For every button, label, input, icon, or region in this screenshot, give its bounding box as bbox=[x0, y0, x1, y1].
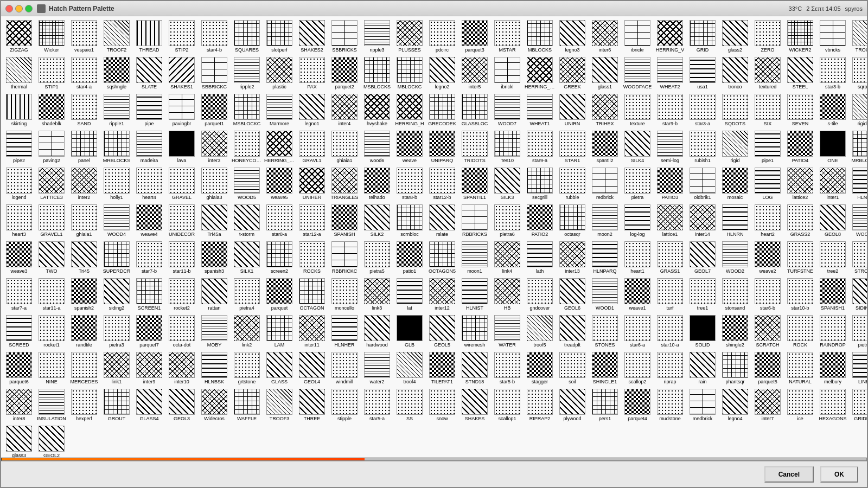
pattern-item[interactable]: parquet2 bbox=[329, 55, 360, 91]
pattern-item[interactable]: logend bbox=[3, 166, 35, 202]
pattern-item[interactable]: holly1 bbox=[101, 166, 132, 202]
pattern-item[interactable]: octa-dot bbox=[166, 313, 197, 349]
pattern-item[interactable]: HEXAGONS bbox=[817, 387, 848, 423]
pattern-item[interactable]: GRASS1 bbox=[654, 240, 686, 275]
pattern-item[interactable]: vespaio1 bbox=[68, 18, 100, 54]
pattern-item[interactable]: star9-a bbox=[524, 129, 556, 165]
pattern-item[interactable]: SBBRICKC bbox=[199, 55, 230, 91]
pattern-item[interactable]: WOODFACE bbox=[622, 55, 653, 91]
pattern-item[interactable]: lava bbox=[166, 129, 197, 165]
pattern-item[interactable]: thermal bbox=[3, 55, 35, 91]
pattern-item[interactable]: lattice2 bbox=[784, 166, 816, 202]
minimize-button[interactable] bbox=[15, 5, 23, 12]
pattern-item[interactable]: MERCEDES bbox=[68, 350, 100, 386]
pattern-item[interactable]: LOG bbox=[752, 166, 783, 202]
pattern-item[interactable]: slotperf bbox=[264, 18, 295, 54]
pattern-item[interactable]: glass2 bbox=[719, 18, 751, 54]
pattern-item[interactable]: PATIO4 bbox=[784, 129, 816, 165]
pattern-item[interactable]: SLATE bbox=[133, 55, 165, 91]
pattern-item[interactable]: semi-log bbox=[654, 129, 686, 165]
pattern-item[interactable]: medbrick bbox=[687, 387, 718, 423]
pattern-item[interactable]: link2 bbox=[231, 313, 263, 349]
pattern-item[interactable]: pietra4 bbox=[231, 277, 263, 312]
pattern-item[interactable]: TRIDOTS bbox=[459, 129, 490, 165]
pattern-item[interactable]: wiremesh bbox=[459, 313, 490, 349]
pattern-item[interactable]: WAFFLE bbox=[231, 387, 263, 423]
pattern-item[interactable]: star4-b bbox=[199, 18, 230, 54]
pattern-item[interactable]: phantsqr bbox=[719, 350, 751, 386]
pattern-item[interactable]: rocket1 bbox=[36, 313, 67, 349]
pattern-item[interactable]: parquet1 bbox=[199, 92, 230, 128]
pattern-item[interactable]: madeira bbox=[133, 129, 165, 165]
pattern-item[interactable]: redbrick bbox=[589, 166, 621, 202]
pattern-item[interactable]: PAX bbox=[296, 55, 328, 91]
pattern-item[interactable]: RIPRAP2 bbox=[524, 387, 556, 423]
pattern-item[interactable]: parquet bbox=[264, 277, 295, 312]
pattern-item[interactable]: UNIRN bbox=[557, 92, 588, 128]
pattern-item[interactable]: glass1 bbox=[589, 55, 621, 91]
pattern-item[interactable]: TWO bbox=[36, 240, 67, 275]
pattern-item[interactable]: HERRING_UNI bbox=[524, 55, 556, 91]
pattern-item[interactable]: melbury bbox=[817, 350, 848, 386]
pattern-item[interactable]: ripple2 bbox=[231, 55, 263, 91]
pattern-item[interactable]: ROCKS bbox=[296, 240, 328, 275]
pattern-item[interactable]: PATIO3 bbox=[654, 166, 686, 202]
pattern-item[interactable]: riprap bbox=[654, 350, 686, 386]
pattern-item[interactable]: MBLOCKC bbox=[394, 55, 425, 91]
pattern-item[interactable]: parquet4 bbox=[622, 387, 653, 423]
pattern-item[interactable]: Marmore bbox=[264, 92, 295, 128]
pattern-item[interactable]: HERRING_45 bbox=[264, 129, 295, 165]
pattern-item[interactable]: UNIDECOR bbox=[166, 203, 197, 239]
pattern-item[interactable]: MSBLOCKC bbox=[231, 92, 263, 128]
pattern-item[interactable]: inter11 bbox=[296, 313, 328, 349]
pattern-item[interactable]: stagger bbox=[524, 350, 556, 386]
pattern-item[interactable]: glass3 bbox=[3, 424, 35, 458]
pattern-item[interactable]: pipe2 bbox=[3, 129, 35, 165]
pattern-item[interactable]: GRASS2 bbox=[784, 203, 816, 239]
pattern-item[interactable]: RAINDROP bbox=[817, 313, 848, 349]
pattern-item[interactable]: panel bbox=[68, 129, 100, 165]
pattern-item[interactable]: star4-a bbox=[68, 55, 100, 91]
pattern-item[interactable]: GREEK bbox=[557, 55, 588, 91]
pattern-item[interactable]: rigidins bbox=[850, 92, 867, 128]
pattern-item[interactable]: STROIDS bbox=[850, 240, 867, 275]
pattern-list-area[interactable]: ZIGZAGWickervespaio1TROOF2THREADSTIP2sta… bbox=[1, 16, 867, 458]
pattern-item[interactable]: SQDOTS bbox=[719, 92, 751, 128]
pattern-item[interactable]: MSTAR bbox=[492, 18, 523, 54]
pattern-item[interactable]: MSBLOCKS bbox=[361, 55, 393, 91]
pattern-item[interactable]: WOOD5 bbox=[231, 166, 263, 202]
pattern-item[interactable]: link4 bbox=[492, 240, 523, 275]
pattern-item[interactable]: vbricks bbox=[817, 18, 848, 54]
pattern-item[interactable]: pers1 bbox=[589, 387, 621, 423]
pattern-item[interactable]: TROOF3 bbox=[264, 387, 295, 423]
pattern-item[interactable]: HERRING_V bbox=[654, 18, 686, 54]
pattern-item[interactable]: inter12 bbox=[426, 277, 458, 312]
pattern-item[interactable]: moon1 bbox=[459, 240, 490, 275]
pattern-item[interactable]: lat bbox=[394, 277, 425, 312]
pattern-item[interactable]: UNIPARQ bbox=[426, 129, 458, 165]
pattern-item[interactable]: water2 bbox=[361, 350, 393, 386]
pattern-item[interactable]: weave3 bbox=[3, 240, 35, 275]
pattern-item[interactable]: Wicker bbox=[36, 18, 67, 54]
pattern-item[interactable]: wood6 bbox=[361, 129, 393, 165]
pattern-item[interactable]: LAM bbox=[264, 313, 295, 349]
pattern-item[interactable]: SPANTIL1 bbox=[459, 166, 490, 202]
pattern-item[interactable]: shingle2 bbox=[719, 313, 751, 349]
pattern-item[interactable]: inter6 bbox=[589, 18, 621, 54]
pattern-item[interactable]: rattan bbox=[199, 277, 230, 312]
pattern-item[interactable]: skirting bbox=[3, 92, 35, 128]
pattern-item[interactable]: siding2 bbox=[101, 277, 132, 312]
pattern-item[interactable]: grtstone bbox=[231, 350, 263, 386]
pattern-item[interactable]: WATER bbox=[492, 313, 523, 349]
pattern-item[interactable]: star12-a bbox=[296, 203, 328, 239]
pattern-item[interactable]: ripple1 bbox=[101, 92, 132, 128]
pattern-item[interactable]: ROCK bbox=[784, 313, 816, 349]
pattern-item[interactable]: gndcover bbox=[524, 277, 556, 312]
pattern-item[interactable]: HLNBSK bbox=[199, 350, 230, 386]
pattern-item[interactable]: ghiaia3 bbox=[199, 166, 230, 202]
pattern-item[interactable]: ripple3 bbox=[361, 18, 393, 54]
pattern-item[interactable]: star10-b bbox=[784, 277, 816, 312]
pattern-item[interactable]: LINES bbox=[850, 350, 867, 386]
pattern-item[interactable]: SILK1 bbox=[231, 240, 263, 275]
pattern-item[interactable]: inter4 bbox=[329, 92, 360, 128]
